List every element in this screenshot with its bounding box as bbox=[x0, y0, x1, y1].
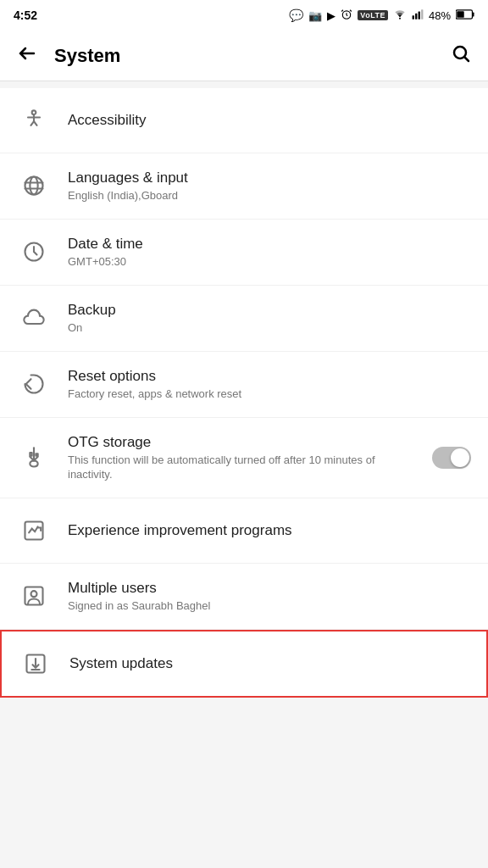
setting-item-reset[interactable]: Reset options Factory reset, apps & netw… bbox=[0, 352, 488, 418]
otg-subtitle: This function will be automatically turn… bbox=[68, 453, 422, 482]
signal-icon bbox=[412, 8, 424, 23]
otg-toggle[interactable] bbox=[432, 447, 471, 469]
experience-title: Experience improvement programs bbox=[68, 521, 471, 540]
accessibility-icon bbox=[17, 103, 51, 137]
systemupdates-content: System updates bbox=[69, 654, 469, 673]
svg-point-11 bbox=[25, 177, 43, 195]
accessibility-title: Accessibility bbox=[68, 111, 471, 130]
languages-content: Languages & input English (India),Gboard bbox=[68, 169, 471, 203]
otg-content: OTG storage This function will be automa… bbox=[68, 433, 422, 482]
reset-subtitle: Factory reset, apps & network reset bbox=[68, 387, 471, 402]
alarm-icon bbox=[341, 8, 352, 23]
globe-icon bbox=[17, 169, 51, 203]
whatsapp-icon: 💬 bbox=[289, 8, 303, 22]
battery-percentage: 48% bbox=[429, 9, 451, 22]
backup-subtitle: On bbox=[68, 321, 471, 336]
reset-icon bbox=[17, 367, 51, 401]
svg-point-10 bbox=[32, 110, 36, 114]
setting-item-datetime[interactable]: Date & time GMT+05:30 bbox=[0, 220, 488, 286]
youtube-icon: ▶ bbox=[327, 9, 336, 22]
svg-rect-5 bbox=[421, 9, 423, 19]
status-icons: 💬 📷 ▶ VoLTE bbox=[289, 8, 474, 23]
svg-rect-8 bbox=[457, 11, 463, 18]
experience-content: Experience improvement programs bbox=[68, 521, 471, 540]
settings-list: Accessibility Languages & input English … bbox=[0, 88, 488, 698]
search-button[interactable] bbox=[447, 40, 474, 72]
svg-point-18 bbox=[31, 591, 37, 597]
accessibility-content: Accessibility bbox=[68, 111, 471, 130]
volte-icon: VoLTE bbox=[358, 10, 388, 20]
setting-item-otg[interactable]: OTG storage This function will be automa… bbox=[0, 418, 488, 498]
backup-title: Backup bbox=[68, 301, 471, 320]
reset-title: Reset options bbox=[68, 367, 471, 386]
svg-point-12 bbox=[30, 177, 37, 195]
otg-toggle-switch[interactable] bbox=[432, 447, 471, 469]
systemupdates-title: System updates bbox=[69, 654, 469, 673]
multiusers-subtitle: Signed in as Saurabh Baghel bbox=[68, 599, 471, 614]
setting-item-systemupdates[interactable]: System updates bbox=[0, 630, 488, 698]
multiusers-title: Multiple users bbox=[68, 579, 471, 598]
status-bar: 4:52 💬 📷 ▶ VoLTE bbox=[0, 0, 488, 31]
clock-icon bbox=[17, 235, 51, 269]
setting-item-accessibility[interactable]: Accessibility bbox=[0, 88, 488, 153]
battery-icon bbox=[456, 9, 474, 22]
multiusers-content: Multiple users Signed in as Saurabh Bagh… bbox=[68, 579, 471, 614]
datetime-title: Date & time bbox=[68, 235, 471, 253]
usb-icon bbox=[17, 441, 51, 475]
svg-point-1 bbox=[399, 17, 401, 19]
otg-title: OTG storage bbox=[68, 433, 422, 452]
backup-content: Backup On bbox=[68, 301, 471, 336]
setting-item-experience[interactable]: Experience improvement programs bbox=[0, 498, 488, 564]
svg-rect-4 bbox=[419, 11, 420, 19]
page-title: System bbox=[54, 45, 447, 67]
setting-item-languages[interactable]: Languages & input English (India),Gboard bbox=[0, 153, 488, 220]
user-icon bbox=[17, 579, 51, 613]
cloud-icon bbox=[17, 301, 51, 335]
chart-icon bbox=[17, 514, 51, 548]
datetime-content: Date & time GMT+05:30 bbox=[68, 235, 471, 270]
svg-rect-2 bbox=[413, 15, 414, 19]
reset-content: Reset options Factory reset, apps & netw… bbox=[68, 367, 471, 402]
svg-rect-3 bbox=[415, 13, 417, 19]
svg-rect-7 bbox=[473, 12, 474, 16]
status-time: 4:52 bbox=[14, 8, 37, 22]
wifi-icon bbox=[393, 8, 407, 23]
languages-subtitle: English (India),Gboard bbox=[68, 189, 471, 203]
download-icon bbox=[19, 647, 53, 681]
back-button[interactable] bbox=[14, 40, 41, 72]
setting-item-multiusers[interactable]: Multiple users Signed in as Saurabh Bagh… bbox=[0, 564, 488, 630]
datetime-subtitle: GMT+05:30 bbox=[68, 255, 471, 270]
header: System bbox=[0, 31, 488, 81]
instagram-icon: 📷 bbox=[308, 9, 322, 22]
setting-item-backup[interactable]: Backup On bbox=[0, 286, 488, 352]
languages-title: Languages & input bbox=[68, 169, 471, 187]
